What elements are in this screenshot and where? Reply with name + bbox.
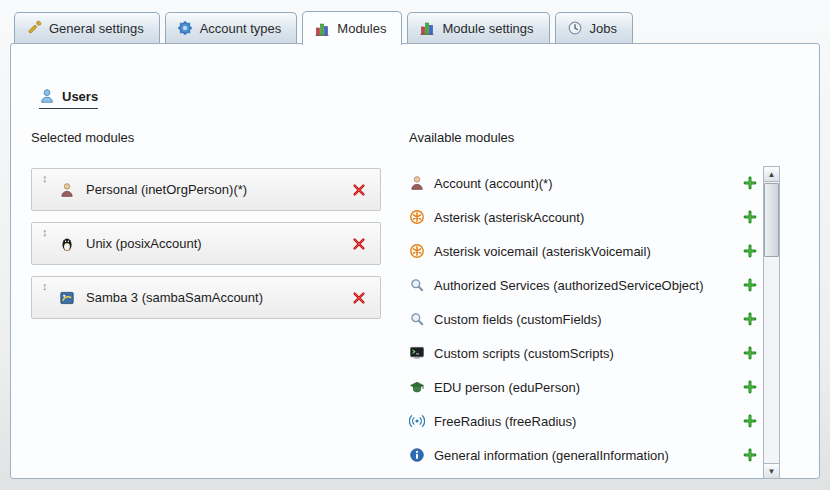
add-module-button[interactable] xyxy=(743,380,757,394)
module-name: Authorized Services (authorizedServiceOb… xyxy=(434,278,734,293)
terminal-icon xyxy=(409,345,425,361)
plus-icon xyxy=(743,312,757,326)
available-module-row: FreeRadius (freeRadius) xyxy=(409,404,761,438)
plus-icon xyxy=(743,244,757,258)
scrollbar[interactable]: ▲ ▼ xyxy=(763,166,780,479)
plus-icon xyxy=(743,380,757,394)
red-x-icon xyxy=(352,291,366,305)
tab-label: Module settings xyxy=(442,21,533,36)
user-icon xyxy=(39,88,55,104)
add-module-button[interactable] xyxy=(743,210,757,224)
available-modules-list: Account (account)(*) Asterisk (asteriskA… xyxy=(409,166,761,472)
available-module-row: Asterisk voicemail (asteriskVoicemail) xyxy=(409,234,761,268)
remove-module-button[interactable] xyxy=(352,291,366,305)
available-modules-label: Available modules xyxy=(409,130,514,145)
plus-icon xyxy=(743,346,757,360)
module-name: EDU person (eduPerson) xyxy=(434,380,734,395)
available-module-row: Asterisk (asteriskAccount) xyxy=(409,200,761,234)
tab-modules[interactable]: Modules xyxy=(302,11,402,45)
add-module-button[interactable] xyxy=(743,312,757,326)
red-x-icon xyxy=(352,237,366,251)
tab-jobs[interactable]: Jobs xyxy=(555,12,633,43)
module-name: FreeRadius (freeRadius) xyxy=(434,414,734,429)
add-module-button[interactable] xyxy=(743,346,757,360)
magnifier-icon xyxy=(409,277,425,293)
available-module-row: Authorized Services (authorizedServiceOb… xyxy=(409,268,761,302)
tab-label: Account types xyxy=(200,21,282,36)
available-module-row: Custom scripts (customScripts) xyxy=(409,336,761,370)
module-name: Account (account)(*) xyxy=(434,176,734,191)
magnifier-icon xyxy=(409,311,425,327)
drag-handle-icon[interactable]: ↕ xyxy=(42,226,48,238)
selected-modules-label: Selected modules xyxy=(31,130,134,145)
tab-account-types[interactable]: Account types xyxy=(165,12,298,43)
module-name: General information (generalInformation) xyxy=(434,448,734,463)
red-x-icon xyxy=(352,183,366,197)
content-panel: Users Selected modules Available modules… xyxy=(10,43,820,479)
badge-icon xyxy=(177,20,193,36)
scrollbar-track[interactable] xyxy=(764,182,779,463)
asterisk-icon xyxy=(409,243,425,259)
tab-label: Modules xyxy=(337,21,386,36)
scrollbar-thumb[interactable] xyxy=(764,183,779,257)
add-module-button[interactable] xyxy=(743,448,757,462)
available-module-row: Account (account)(*) xyxy=(409,166,761,200)
add-module-button[interactable] xyxy=(743,414,757,428)
section-heading: Users xyxy=(39,88,98,109)
module-name: Samba 3 (sambaSamAccount) xyxy=(86,290,263,305)
plus-icon xyxy=(743,414,757,428)
bar-chart-icon xyxy=(314,21,330,37)
selected-module-row[interactable]: ↕ Samba 3 (sambaSamAccount) xyxy=(31,276,381,319)
drag-handle-icon[interactable]: ↕ xyxy=(42,280,48,292)
add-module-button[interactable] xyxy=(743,278,757,292)
tab-label: Jobs xyxy=(590,21,617,36)
selected-modules-list: ↕ Personal (inetOrgPerson)(*) ↕ Unix (po… xyxy=(31,168,381,319)
module-name: Unix (posixAccount) xyxy=(86,236,202,251)
plus-icon xyxy=(743,176,757,190)
wrench-icon xyxy=(26,20,42,36)
plus-icon xyxy=(743,448,757,462)
tab-module-settings[interactable]: Module settings xyxy=(407,12,549,43)
available-module-row: General information (generalInformation) xyxy=(409,438,761,472)
samba-icon xyxy=(59,290,75,306)
selected-module-row[interactable]: ↕ Unix (posixAccount) xyxy=(31,222,381,265)
person-icon xyxy=(59,182,75,198)
graduation-cap-icon xyxy=(409,379,425,395)
remove-module-button[interactable] xyxy=(352,237,366,251)
module-name: Asterisk voicemail (asteriskVoicemail) xyxy=(434,244,734,259)
scroll-up-button[interactable]: ▲ xyxy=(764,167,779,182)
add-module-button[interactable] xyxy=(743,176,757,190)
drag-handle-icon[interactable]: ↕ xyxy=(42,172,48,184)
info-icon xyxy=(409,447,425,463)
tab-label: General settings xyxy=(49,21,144,36)
selected-module-row[interactable]: ↕ Personal (inetOrgPerson)(*) xyxy=(31,168,381,211)
tab-general-settings[interactable]: General settings xyxy=(14,12,160,43)
module-name: Custom fields (customFields) xyxy=(434,312,734,327)
plus-icon xyxy=(743,278,757,292)
person-icon xyxy=(409,175,425,191)
section-title: Users xyxy=(62,89,98,104)
remove-module-button[interactable] xyxy=(352,183,366,197)
module-name: Asterisk (asteriskAccount) xyxy=(434,210,734,225)
tab-bar: General settings Account types Modules M… xyxy=(14,11,633,45)
clock-icon xyxy=(567,20,583,36)
scroll-down-button[interactable]: ▼ xyxy=(764,463,779,478)
add-module-button[interactable] xyxy=(743,244,757,258)
available-module-row: EDU person (eduPerson) xyxy=(409,370,761,404)
asterisk-icon xyxy=(409,209,425,225)
bar-chart-icon xyxy=(419,20,435,36)
signal-icon xyxy=(409,413,425,429)
penguin-icon xyxy=(59,236,75,252)
module-name: Personal (inetOrgPerson)(*) xyxy=(86,182,247,197)
plus-icon xyxy=(743,210,757,224)
available-module-row: Custom fields (customFields) xyxy=(409,302,761,336)
module-name: Custom scripts (customScripts) xyxy=(434,346,734,361)
